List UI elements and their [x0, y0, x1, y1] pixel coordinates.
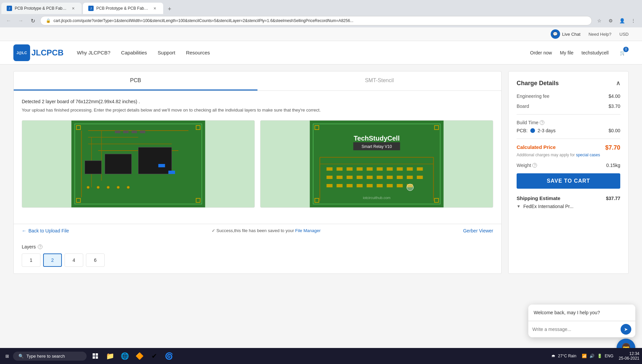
tab-1[interactable]: J PCB Prototype & PCB Fabricatio... ×	[1, 3, 82, 14]
back-to-upload-link[interactable]: ← Back to Upload File	[22, 228, 69, 233]
svg-rect-60	[367, 184, 373, 187]
app-icon-5[interactable]: ✔	[148, 350, 160, 362]
back-arrow-icon: ←	[22, 228, 26, 233]
search-placeholder: Type here to search	[26, 354, 65, 359]
special-cases-link[interactable]: special cases	[576, 153, 600, 157]
shipping-label-row: Shipping Estimate $37.77	[517, 195, 620, 201]
svg-point-20	[107, 186, 110, 189]
detection-text: Detected 2 layer board of 76x122mm(2.99x…	[22, 99, 493, 104]
svg-rect-54	[407, 176, 413, 179]
days-label: 2-3 days	[538, 128, 556, 133]
task-view-icon[interactable]	[89, 350, 101, 362]
extension-icon[interactable]: ⚙	[606, 16, 615, 25]
chrome-icon[interactable]: 🌀	[163, 350, 175, 362]
tab-1-title: PCB Prototype & PCB Fabricatio...	[15, 6, 68, 11]
weight-info-icon[interactable]: ?	[532, 163, 537, 168]
gerber-viewer-link[interactable]: Gerber Viewer	[463, 228, 493, 233]
charge-panel: Charge Details ∧ Engineering fee $4.00 B…	[508, 71, 629, 274]
chat-message: Welcome back, may I help you?	[528, 305, 635, 321]
new-tab-button[interactable]: +	[165, 4, 175, 14]
board-row: Board $3.70	[517, 104, 620, 109]
tab-smt[interactable]: SMT-Stencil	[257, 71, 501, 90]
start-button[interactable]: ⊞	[3, 352, 12, 360]
order-now-link[interactable]: Order now	[530, 50, 552, 55]
svg-rect-47	[337, 176, 343, 179]
reload-button[interactable]: ↻	[28, 16, 37, 25]
chevron-icon[interactable]: ▼	[517, 204, 521, 209]
tab-2-close[interactable]: ×	[152, 5, 158, 11]
bookmark-icon[interactable]: ☆	[595, 16, 604, 25]
pcb-label: PCB:	[517, 128, 528, 133]
save-to-cart-button[interactable]: SAVE TO CART	[517, 173, 620, 189]
nav-support[interactable]: Support	[158, 50, 176, 55]
svg-rect-61	[377, 184, 383, 187]
layer-btn-2[interactable]: 2	[43, 253, 62, 267]
weight-row: Weight ? 0.15kg	[517, 163, 620, 168]
cart-badge: 0	[623, 47, 629, 52]
nav-why[interactable]: Why JLCPCB?	[77, 50, 110, 55]
svg-point-22	[127, 186, 130, 189]
svg-text:iotcircuithub.com: iotcircuithub.com	[363, 196, 391, 200]
cart-button[interactable]: 🛒 0	[617, 47, 629, 59]
file-manager-link[interactable]: File Manager	[295, 228, 321, 233]
calc-price-value: $7.70	[605, 144, 620, 151]
svg-rect-12	[115, 131, 120, 133]
battery-icon[interactable]: 🔋	[597, 354, 602, 358]
need-help-label[interactable]: Need Help?	[588, 32, 612, 37]
file-explorer-icon[interactable]: 📁	[104, 350, 116, 362]
svg-rect-73	[93, 356, 95, 359]
build-time-left: PCB: 2-3 days	[517, 128, 555, 133]
top-bar: 💬 Live Chat Need Help? USD	[0, 27, 642, 41]
engineering-fee-value: $4.00	[609, 94, 620, 99]
edge-icon[interactable]: 🌐	[119, 350, 131, 362]
forward-nav-button[interactable]: →	[16, 16, 25, 25]
browser-chrome: J PCB Prototype & PCB Fabricatio... × J …	[0, 0, 642, 27]
svg-rect-55	[417, 176, 423, 179]
address-bar[interactable]: 🔒 cart.jlcpcb.com/quote?orderType=1&sten…	[40, 16, 592, 25]
taskbar-date: 25-06-2021	[619, 356, 639, 361]
svg-rect-71	[93, 353, 95, 356]
days-value: $0.00	[609, 128, 620, 133]
layer-btn-4[interactable]: 4	[65, 253, 83, 267]
my-file-link[interactable]: My file	[560, 50, 573, 55]
svg-rect-50	[367, 176, 373, 179]
svg-point-19	[97, 186, 100, 189]
layers-section: Layers ? 1 2 4 6	[14, 237, 501, 274]
volume-icon[interactable]: 🔊	[590, 354, 595, 358]
svg-rect-11	[85, 161, 102, 174]
logo-text: JLCPCB	[31, 48, 64, 57]
tab-pcb[interactable]: PCB	[14, 71, 257, 90]
upload-success-text: Your upload has finished processing. Ent…	[22, 107, 493, 114]
profile-icon[interactable]: 👤	[617, 16, 627, 25]
back-nav-button[interactable]: ←	[4, 16, 13, 25]
build-time-info-icon[interactable]: ?	[540, 120, 544, 125]
main-nav: Why JLCPCB? Capabilities Support Resourc…	[77, 50, 517, 55]
svg-rect-62	[387, 184, 393, 187]
taskbar-systray: 🌧 27°C Rain	[551, 354, 576, 358]
vlc-icon[interactable]: 🔶	[133, 350, 145, 362]
chat-input[interactable]	[532, 327, 618, 332]
chat-send-button[interactable]: ➤	[621, 324, 631, 335]
layers-info-icon[interactable]: ?	[38, 244, 42, 249]
live-chat-section[interactable]: 💬 Live Chat	[551, 29, 580, 39]
taskbar-search[interactable]: 🔍 Type here to search	[13, 352, 87, 361]
collapse-icon[interactable]: ∧	[616, 79, 620, 87]
svg-rect-44	[407, 167, 413, 171]
network-icon[interactable]: 📶	[582, 354, 587, 358]
layer-btn-6[interactable]: 6	[86, 253, 105, 267]
nav-resources[interactable]: Resources	[186, 50, 210, 55]
currency-label[interactable]: USD	[620, 32, 629, 37]
logo[interactable]: J@LC JLCPCB	[13, 44, 64, 61]
tab-1-close[interactable]: ×	[70, 5, 76, 11]
layers-options: 1 2 4 6	[22, 253, 493, 267]
language-label[interactable]: ENG	[605, 354, 614, 358]
layers-text: Layers	[22, 244, 36, 249]
layer-btn-1[interactable]: 1	[22, 253, 40, 267]
address-text: cart.jlcpcb.com/quote?orderType=1&stenci…	[54, 18, 586, 23]
nav-capabilities[interactable]: Capabilities	[121, 50, 147, 55]
svg-rect-63	[397, 184, 403, 187]
tab-2[interactable]: J PCB Prototype & PCB Fabricatio... ×	[83, 3, 163, 14]
menu-icon[interactable]: ⋮	[629, 16, 638, 25]
taskbar-icons: 📁 🌐 🔶 ✔ 🌀	[89, 350, 175, 362]
fedex-label: FedEx International Pr...	[523, 204, 573, 209]
